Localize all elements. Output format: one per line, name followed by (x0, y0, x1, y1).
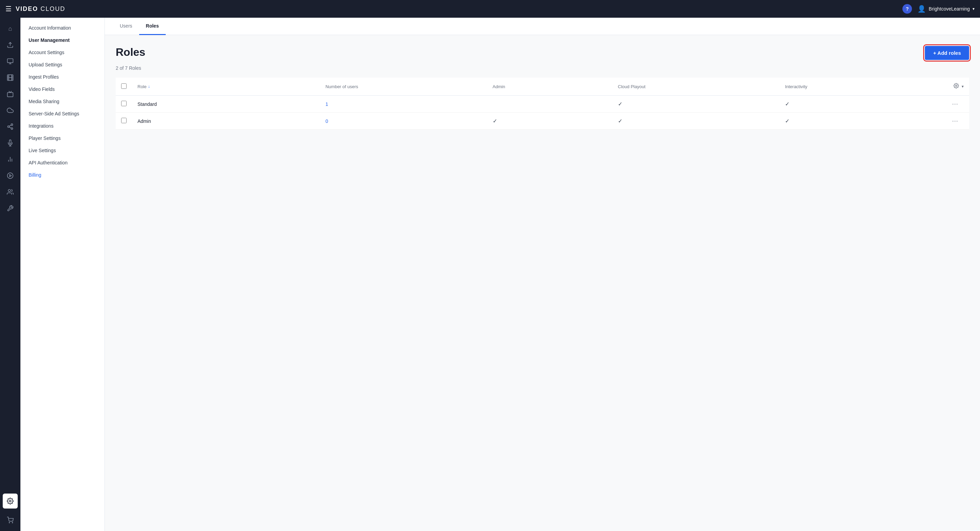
table-row: Admin 0 ✓ ✓ ✓ (116, 113, 969, 130)
sidebar-item-users[interactable] (3, 185, 18, 199)
tab-roles[interactable]: Roles (139, 18, 166, 35)
help-button[interactable]: ? (902, 4, 912, 14)
sidebar-item-video[interactable] (3, 54, 18, 69)
app-logo: VIDEO CLOUD (16, 5, 902, 13)
row-interactivity-check: ✓ (780, 113, 947, 130)
svg-point-13 (11, 124, 13, 126)
header-cloud-playout: Cloud Playout (612, 78, 780, 96)
nav-user-management[interactable]: User Management (21, 34, 105, 46)
role-sort-button[interactable]: Role ↓ (137, 84, 314, 89)
header-actions: ▾ (947, 78, 969, 96)
sidebar-item-home[interactable]: ⌂ (3, 21, 18, 36)
hamburger-menu[interactable]: ☰ (5, 5, 11, 13)
tab-users[interactable]: Users (113, 18, 139, 35)
svg-point-14 (8, 126, 10, 128)
row-user-count: 0 (320, 113, 487, 130)
nav-billing[interactable]: Billing (21, 169, 105, 181)
sidebar-item-podcast[interactable] (3, 136, 18, 150)
row-checkbox-admin[interactable] (121, 118, 127, 123)
top-navigation: ☰ VIDEO CLOUD ? 👤 BrightcoveLearning ▾ (0, 0, 980, 18)
svg-point-15 (11, 128, 13, 129)
row-actions-button[interactable]: ··· (952, 100, 958, 107)
nav-integrations[interactable]: Integrations (21, 120, 105, 132)
checkmark-icon: ✓ (493, 118, 497, 124)
sort-arrow-icon: ↓ (148, 84, 150, 89)
header-number-of-users: Number of users (320, 78, 487, 96)
icon-sidebar: ⌂ (0, 18, 21, 531)
content-header: Roles + Add roles (116, 46, 969, 60)
nav-account-settings[interactable]: Account Settings (21, 46, 105, 59)
nav-player-settings[interactable]: Player Settings (21, 132, 105, 144)
nav-ingest-profiles[interactable]: Ingest Profiles (21, 71, 105, 83)
svg-point-23 (8, 173, 13, 179)
table-expand-icon[interactable]: ▾ (962, 84, 964, 89)
sidebar-item-players[interactable] (3, 168, 18, 183)
row-user-count-link[interactable]: 1 (325, 101, 328, 107)
checkmark-icon: ✓ (618, 118, 622, 124)
checkmark-icon: ✓ (618, 101, 622, 107)
svg-marker-24 (10, 175, 11, 177)
sidebar-item-upload[interactable] (3, 37, 18, 53)
svg-line-17 (9, 125, 11, 126)
tabs-bar: Users Roles (105, 18, 980, 35)
select-all-checkbox[interactable] (121, 83, 127, 89)
nav-video-fields[interactable]: Video Fields (21, 83, 105, 95)
sidebar-item-share[interactable] (3, 119, 18, 134)
sidebar-item-settings[interactable] (3, 494, 18, 509)
main-layout: ⌂ (0, 18, 980, 531)
svg-point-25 (8, 190, 11, 192)
svg-line-16 (9, 127, 11, 128)
nav-api-authentication[interactable]: API Authentication (21, 156, 105, 169)
user-menu[interactable]: 👤 BrightcoveLearning ▾ (917, 5, 975, 13)
nav-media-sharing[interactable]: Media Sharing (21, 95, 105, 108)
row-user-count-link[interactable]: 0 (325, 118, 328, 124)
row-actions-button[interactable]: ··· (952, 118, 958, 124)
row-admin-check (487, 96, 612, 113)
sidebar-item-analytics[interactable] (3, 152, 18, 167)
sidebar-item-clip[interactable] (3, 70, 18, 85)
roles-table: Role ↓ Number of users Admin Cloud Playo… (116, 78, 969, 130)
page-title: Roles (116, 46, 145, 59)
row-role-name: Admin (132, 113, 320, 130)
sidebar-item-cart[interactable] (3, 513, 18, 528)
roles-count: 2 of 7 Roles (116, 65, 969, 71)
svg-rect-12 (8, 92, 13, 97)
row-actions-cell: ··· (947, 96, 969, 113)
checkmark-icon: ✓ (785, 101, 789, 107)
nav-server-side-ad-settings[interactable]: Server-Side Ad Settings (21, 108, 105, 120)
row-actions-cell: ··· (947, 113, 969, 130)
svg-point-26 (10, 501, 11, 502)
row-user-count: 1 (320, 96, 487, 113)
content-body: Roles + Add roles 2 of 7 Roles Role ↓ (105, 35, 980, 531)
svg-point-29 (956, 85, 957, 86)
row-cloud-playout-check: ✓ (612, 96, 780, 113)
row-cloud-playout-check: ✓ (612, 113, 780, 130)
nav-upload-settings[interactable]: Upload Settings (21, 59, 105, 71)
row-role-name: Standard (132, 96, 320, 113)
add-roles-button[interactable]: + Add roles (925, 46, 969, 60)
row-admin-check: ✓ (487, 113, 612, 130)
row-checkbox-cell (116, 113, 132, 130)
row-interactivity-check: ✓ (780, 96, 947, 113)
nav-account-information[interactable]: Account Information (21, 22, 105, 34)
user-chevron-icon: ▾ (972, 6, 975, 11)
header-role: Role ↓ (132, 78, 320, 96)
nav-live-settings[interactable]: Live Settings (21, 144, 105, 156)
header-admin: Admin (487, 78, 612, 96)
checkmark-icon: ✓ (785, 118, 789, 124)
topnav-right: ? 👤 BrightcoveLearning ▾ (902, 4, 975, 14)
svg-rect-1 (8, 59, 13, 63)
settings-sidebar: Account Information User Management Acco… (21, 18, 105, 531)
user-avatar-icon: 👤 (917, 5, 926, 13)
user-name: BrightcoveLearning (929, 6, 970, 11)
header-select-all (116, 78, 132, 96)
sidebar-item-cloud[interactable] (3, 103, 18, 118)
svg-point-28 (12, 523, 13, 523)
svg-point-27 (9, 523, 10, 523)
table-settings-button[interactable] (952, 82, 960, 91)
sidebar-item-tv[interactable] (3, 86, 18, 101)
row-checkbox-standard[interactable] (121, 101, 127, 106)
sidebar-item-tools[interactable] (3, 201, 18, 216)
header-interactivity: Interactivity (780, 78, 947, 96)
table-row: Standard 1 ✓ ✓ ··· (116, 96, 969, 113)
